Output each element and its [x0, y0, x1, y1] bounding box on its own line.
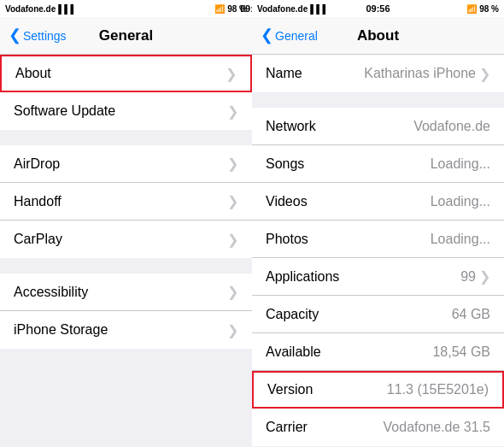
applications-row[interactable]: Applications 99 ❯ — [252, 258, 504, 296]
left-nav-title: General — [99, 27, 153, 44]
airdrop-row[interactable]: AirDrop ❯ — [0, 145, 252, 183]
right-status-left: Vodafone.de ▌▌▌ — [257, 4, 329, 14]
left-gap-2 — [0, 258, 252, 273]
left-status-left: Vodafone.de ▌▌▌ — [5, 4, 77, 14]
left-section-3: Accessibility ❯ iPhone Storage ❯ — [0, 273, 252, 349]
carplay-chevron-icon: ❯ — [227, 232, 238, 248]
accessibility-row-right: ❯ — [227, 284, 238, 300]
software-update-chevron-icon: ❯ — [227, 103, 238, 120]
photos-label: Photos — [266, 232, 308, 247]
left-back-chevron-icon: ❮ — [9, 27, 21, 43]
iphone-storage-label: iPhone Storage — [14, 322, 108, 338]
photos-value: Loading... — [431, 232, 490, 247]
right-section-name: Name Katharinas iPhone ❯ — [252, 55, 504, 92]
about-chevron-icon: ❯ — [226, 66, 237, 82]
airdrop-chevron-icon: ❯ — [227, 156, 238, 172]
name-row-right: Katharinas iPhone ❯ — [364, 66, 490, 82]
airdrop-label: AirDrop — [14, 156, 60, 172]
left-status-bar: Vodafone.de ▌▌▌ 09:56 📶 98 % — [0, 0, 252, 17]
version-row[interactable]: Version 11.3 (15E5201e) — [252, 371, 504, 409]
network-label: Network — [266, 119, 316, 134]
right-back-button[interactable]: ❮ General — [261, 28, 318, 43]
about-label: About — [15, 66, 51, 81]
left-panel: Vodafone.de ▌▌▌ 09:56 📶 98 % ❮ Settings … — [0, 0, 252, 447]
accessibility-chevron-icon: ❯ — [227, 284, 238, 300]
left-nav-bar: ❮ Settings General — [0, 17, 252, 55]
songs-row[interactable]: Songs Loading... — [252, 145, 504, 183]
about-row-right: ❯ — [226, 66, 237, 82]
songs-value: Loading... — [431, 156, 490, 172]
available-label: Available — [266, 344, 321, 360]
right-nav-title: About — [357, 27, 399, 44]
network-row-right: Vodafone.de — [413, 119, 490, 134]
handoff-row[interactable]: Handoff ❯ — [0, 183, 252, 221]
handoff-chevron-icon: ❯ — [227, 193, 238, 209]
available-row[interactable]: Available 18,54 GB — [252, 333, 504, 371]
capacity-value: 64 GB — [452, 307, 490, 322]
photos-row[interactable]: Photos Loading... — [252, 221, 504, 258]
capacity-row-right: 64 GB — [452, 307, 490, 322]
right-gap-1 — [252, 92, 504, 108]
right-status-right: 📶 98 % — [466, 4, 499, 14]
carplay-label: CarPlay — [14, 232, 62, 247]
about-row[interactable]: About ❯ — [0, 55, 252, 92]
name-row[interactable]: Name Katharinas iPhone ❯ — [252, 55, 504, 92]
accessibility-label: Accessibility — [14, 285, 88, 300]
capacity-label: Capacity — [266, 307, 319, 322]
left-back-button[interactable]: ❮ Settings — [9, 28, 67, 43]
about-list: Name Katharinas iPhone ❯ Network Vodafon… — [252, 55, 504, 447]
name-chevron-icon: ❯ — [479, 66, 490, 82]
iphone-storage-chevron-icon: ❯ — [227, 322, 238, 338]
applications-value: 99 — [460, 269, 476, 285]
software-update-row[interactable]: Software Update ❯ — [0, 92, 252, 130]
right-back-chevron-icon: ❮ — [261, 27, 273, 43]
left-section-2: AirDrop ❯ Handoff ❯ CarPlay ❯ — [0, 145, 252, 258]
carrier-value: Vodafone.de 31.5 — [384, 420, 490, 435]
carrier-label: Carrier — [266, 420, 308, 435]
left-bluetooth-icon: 📶 — [214, 4, 225, 14]
photos-row-right: Loading... — [431, 232, 490, 247]
right-section-main: Network Vodafone.de Songs Loading... Vid… — [252, 108, 504, 446]
right-bluetooth-icon: 📶 — [466, 4, 477, 14]
network-row[interactable]: Network Vodafone.de — [252, 108, 504, 145]
left-gap-1 — [0, 130, 252, 145]
left-back-label: Settings — [23, 29, 67, 43]
available-row-right: 18,54 GB — [432, 344, 490, 360]
capacity-row[interactable]: Capacity 64 GB — [252, 296, 504, 333]
software-update-row-right: ❯ — [227, 103, 238, 120]
airdrop-row-right: ❯ — [227, 156, 238, 172]
version-value: 11.3 (15E5201e) — [387, 382, 489, 397]
iphone-storage-row[interactable]: iPhone Storage ❯ — [0, 311, 252, 349]
videos-label: Videos — [266, 194, 308, 209]
available-value: 18,54 GB — [432, 344, 490, 360]
videos-value: Loading... — [431, 194, 490, 209]
handoff-label: Handoff — [14, 194, 62, 209]
accessibility-row[interactable]: Accessibility ❯ — [0, 273, 252, 311]
iphone-storage-row-right: ❯ — [227, 322, 238, 338]
videos-row-right: Loading... — [431, 194, 490, 209]
left-time: 09:56 — [240, 3, 252, 14]
network-value: Vodafone.de — [413, 119, 490, 134]
right-carrier: Vodafone.de — [257, 4, 308, 14]
version-label: Version — [267, 382, 313, 397]
carplay-row-right: ❯ — [227, 232, 238, 248]
name-value: Katharinas iPhone — [364, 66, 476, 81]
right-battery: 98 % — [479, 4, 499, 14]
right-panel: Vodafone.de ▌▌▌ 09:56 📶 98 % ❮ General A… — [252, 0, 504, 447]
right-status-bar: Vodafone.de ▌▌▌ 09:56 📶 98 % — [252, 0, 504, 17]
right-back-label: General — [275, 29, 318, 43]
videos-row[interactable]: Videos Loading... — [252, 183, 504, 221]
right-time: 09:56 — [366, 3, 390, 14]
left-signal-icon: ▌▌▌ — [58, 4, 76, 14]
left-carrier: Vodafone.de — [5, 4, 56, 14]
left-section-1: About ❯ Software Update ❯ — [0, 55, 252, 130]
right-signal-icon: ▌▌▌ — [310, 4, 328, 14]
carplay-row[interactable]: CarPlay ❯ — [0, 221, 252, 258]
carrier-row-right: Vodafone.de 31.5 — [384, 420, 490, 435]
applications-label: Applications — [266, 269, 339, 285]
carrier-row[interactable]: Carrier Vodafone.de 31.5 — [252, 409, 504, 446]
handoff-row-right: ❯ — [227, 193, 238, 209]
songs-row-right: Loading... — [431, 156, 490, 172]
applications-chevron-icon: ❯ — [479, 268, 490, 285]
name-label: Name — [266, 66, 302, 81]
